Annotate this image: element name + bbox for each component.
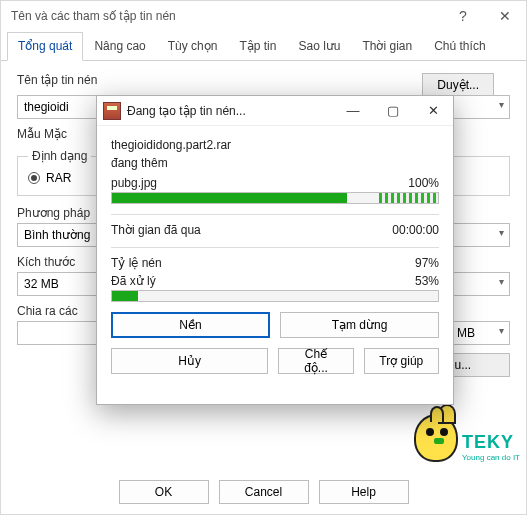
divider [111, 214, 439, 215]
tab-options[interactable]: Tùy chọn [157, 32, 229, 61]
close-icon[interactable]: ✕ [413, 96, 453, 126]
ratio-value: 97% [415, 256, 439, 270]
minimize-icon[interactable]: — [333, 96, 373, 126]
progress-archive-name: thegioididong.part2.rar [111, 136, 439, 154]
cancel-button[interactable]: Cancel [219, 480, 309, 504]
ok-button[interactable]: OK [119, 480, 209, 504]
progress-buttons: Nền Tạm dừng Hủy Chế độ... Trợ giúp [97, 302, 453, 386]
logo-name: TEKY [462, 432, 520, 453]
format-legend: Định dạng [28, 149, 91, 163]
processed-value: 53% [415, 274, 439, 288]
archive-options-dialog: Tên và các tham số tập tin nén ? ✕ Tổng … [0, 0, 527, 515]
progress-current-pct: 100% [408, 176, 439, 190]
bird-icon [414, 414, 458, 462]
progress-dialog: Đang tạo tập tin nén... — ▢ ✕ thegioidid… [96, 95, 454, 405]
tab-general[interactable]: Tổng quát [7, 32, 83, 61]
progress-titlebar: Đang tạo tập tin nén... — ▢ ✕ [97, 96, 453, 126]
progress-bar-total [111, 290, 439, 302]
browse-button[interactable]: Duyệt... [422, 73, 494, 97]
radio-icon [28, 172, 40, 184]
elapsed-value: 00:00:00 [392, 223, 439, 237]
help-progress-button[interactable]: Trợ giúp [364, 348, 439, 374]
progress-bar-file [111, 192, 439, 204]
titlebar: Tên và các tham số tập tin nén ? ✕ [1, 1, 526, 31]
format-rar-label: RAR [46, 171, 71, 185]
divider [111, 247, 439, 248]
progress-current-file: pubg.jpg [111, 176, 157, 190]
watermark-logo: TEKY Young can do IT [414, 414, 520, 462]
help-icon[interactable]: ? [442, 1, 484, 31]
tabstrip: Tổng quát Nâng cao Tùy chọn Tập tin Sao … [1, 31, 526, 61]
progress-title: Đang tạo tập tin nén... [127, 104, 333, 118]
elapsed-label: Thời gian đã qua [111, 223, 201, 237]
cancel-progress-button[interactable]: Hủy [111, 348, 268, 374]
background-button[interactable]: Nền [111, 312, 270, 338]
logo-tag: Young can do IT [462, 453, 520, 462]
maximize-icon[interactable]: ▢ [373, 96, 413, 126]
rar-icon [103, 102, 121, 120]
processed-label: Đã xử lý [111, 274, 156, 288]
close-icon[interactable]: ✕ [484, 1, 526, 31]
tab-backup[interactable]: Sao lưu [287, 32, 351, 61]
pause-button[interactable]: Tạm dừng [280, 312, 439, 338]
window-title: Tên và các tham số tập tin nén [11, 9, 442, 23]
tab-files[interactable]: Tập tin [228, 32, 287, 61]
mode-button[interactable]: Chế độ... [278, 348, 353, 374]
tab-advanced[interactable]: Nâng cao [83, 32, 156, 61]
ratio-label: Tỷ lệ nén [111, 256, 162, 270]
tab-time[interactable]: Thời gian [351, 32, 423, 61]
dialog-footer: OK Cancel Help [1, 480, 526, 504]
progress-action: đang thêm [111, 154, 439, 172]
split-unit-select[interactable] [450, 321, 510, 345]
tab-comment[interactable]: Chú thích [423, 32, 496, 61]
help-button[interactable]: Help [319, 480, 409, 504]
